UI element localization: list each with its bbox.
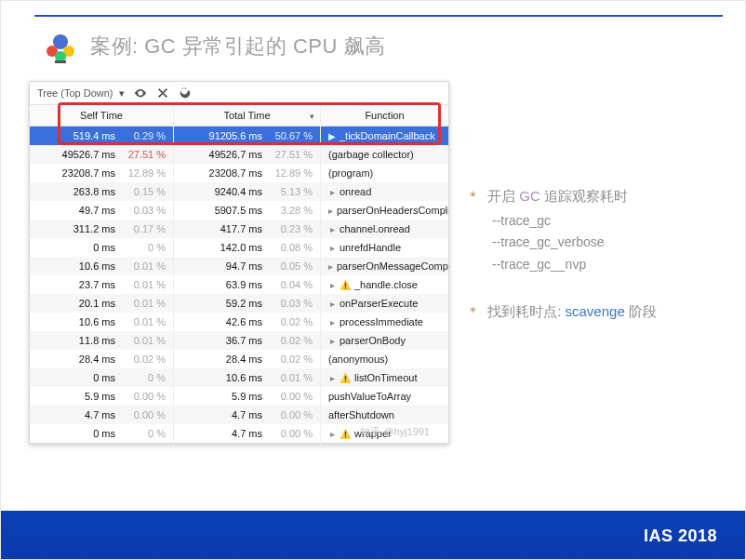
table-row[interactable]: 0 ms0 %142.0 ms0.08 %▸unrefdHandle <box>30 238 448 257</box>
table-row[interactable]: 0 ms0 %10.6 ms0.01 %▸⚠️listOnTimeout <box>30 368 448 387</box>
profiler-panel: Tree (Top Down) ▾ Self Time Total Time ▾… <box>29 81 449 444</box>
function-name: _handle.close <box>354 279 418 290</box>
footer-band: IAS 2018 <box>1 511 745 559</box>
warning-icon: ⚠️ <box>340 373 351 383</box>
table-row[interactable]: 10.6 ms0.01 %94.7 ms0.05 %▸parserOnMessa… <box>30 257 448 275</box>
profiler-toolbar: Tree (Top Down) ▾ <box>30 82 448 105</box>
col-self-time[interactable]: Self Time <box>30 105 174 126</box>
expand-icon[interactable]: ▸ <box>328 373 336 383</box>
function-name: onread <box>340 186 371 197</box>
eye-icon[interactable] <box>134 87 147 100</box>
view-mode-label: Tree (Top Down) <box>37 87 113 99</box>
table-row[interactable]: 4.7 ms0.00 %4.7 ms0.00 %afterShutdown <box>30 406 448 424</box>
note-line-2: ＊ 找到耗时点: scavenge 阶段 <box>466 299 728 326</box>
conference-label: IAS 2018 <box>644 527 717 546</box>
function-name: _tickDomainCallback <box>340 130 435 141</box>
function-name: unrefdHandle <box>340 242 401 253</box>
table-row[interactable]: 10.6 ms0.01 %42.6 ms0.02 %▸processImmedi… <box>30 313 448 331</box>
function-name: parserOnMessageComplete <box>337 260 448 272</box>
function-name: processImmediate <box>340 316 423 327</box>
expand-icon[interactable]: ▸ <box>328 243 336 253</box>
table-row[interactable]: 263.8 ms0.15 %9240.4 ms5.13 %▸onread <box>30 182 448 201</box>
table-row[interactable]: 28.4 ms0.02 %28.4 ms0.02 %(anonymous) <box>30 350 448 368</box>
expand-icon[interactable]: ▸ <box>328 261 333 272</box>
function-name: parserOnBody <box>340 335 406 346</box>
expand-icon[interactable]: ▸ <box>328 299 336 309</box>
function-name: onParserExecute <box>340 298 418 309</box>
note-line-1: ＊ 开启 GC 追踪观察耗时 <box>466 183 728 210</box>
table-row[interactable]: 11.8 ms0.01 %36.7 ms0.02 %▸parserOnBody <box>30 331 448 350</box>
flag-2: --trace_gc_verbose <box>492 232 728 254</box>
refresh-icon[interactable] <box>179 87 192 100</box>
asterisk-icon: ＊ <box>466 303 480 319</box>
flag-1: --trace_gc <box>492 210 728 233</box>
table-body: 519.4 ms0.29 %91205.6 ms50.67 %▶_tickDom… <box>30 127 448 443</box>
table-row[interactable]: 23208.7 ms12.89 %23208.7 ms12.89 %(progr… <box>30 164 448 182</box>
function-name: afterShutdown <box>328 409 394 420</box>
expand-icon[interactable]: ▸ <box>328 317 336 327</box>
view-mode-select[interactable]: Tree (Top Down) ▾ <box>37 87 125 100</box>
table-row[interactable]: 49.7 ms0.03 %5907.5 ms3.28 %▸parserOnHea… <box>30 201 448 220</box>
warning-icon: ⚠️ <box>340 429 351 439</box>
notes-panel: ＊ 开启 GC 追踪观察耗时 --trace_gc --trace_gc_ver… <box>466 183 728 325</box>
expand-icon[interactable]: ▸ <box>328 187 336 197</box>
col-function[interactable]: Function <box>321 105 448 126</box>
dropdown-icon: ▾ <box>119 87 125 100</box>
function-name: pushValueToArray <box>328 391 411 402</box>
table-row[interactable]: 23.7 ms0.01 %63.9 ms0.04 %▸⚠️_handle.clo… <box>30 275 448 294</box>
table-header: Self Time Total Time ▾ Function <box>30 105 448 127</box>
function-name: listOnTimeout <box>354 372 417 383</box>
function-name: parserOnHeadersComplete <box>337 205 448 216</box>
sort-desc-icon: ▾ <box>310 112 314 121</box>
table-row[interactable]: 519.4 ms0.29 %91205.6 ms50.67 %▶_tickDom… <box>30 127 448 145</box>
function-name: (program) <box>328 167 373 179</box>
expand-icon[interactable]: ▸ <box>328 429 336 439</box>
table-row[interactable]: 49526.7 ms27.51 %49526.7 ms27.51 %(garba… <box>30 145 448 164</box>
col-total-time[interactable]: Total Time ▾ <box>174 105 321 126</box>
asterisk-icon: ＊ <box>466 188 480 204</box>
flag-3: --trace_gc__nvp <box>492 254 728 276</box>
expand-icon[interactable]: ▶ <box>328 131 336 141</box>
expand-icon[interactable]: ▸ <box>328 336 336 346</box>
page-title: 案例: GC 异常引起的 CPU 飙高 <box>90 33 386 60</box>
expand-icon[interactable]: ▸ <box>328 224 336 234</box>
expand-icon[interactable]: ▸ <box>328 206 333 216</box>
table-row[interactable]: 5.9 ms0.00 %5.9 ms0.00 %pushValueToArray <box>30 387 448 406</box>
expand-icon[interactable]: ▸ <box>328 280 336 290</box>
conference-logo-icon <box>42 29 79 66</box>
function-name: (garbage collector) <box>328 149 414 160</box>
watermark: 知乎 @hyj1991 <box>360 425 430 439</box>
svg-rect-4 <box>55 60 66 63</box>
warning-icon: ⚠️ <box>340 280 351 290</box>
table-row[interactable]: 311.2 ms0.17 %417.7 ms0.23 %▸channel.onr… <box>30 220 448 238</box>
table-row[interactable]: 20.1 ms0.01 %59.2 ms0.03 %▸onParserExecu… <box>30 294 448 313</box>
function-name: (anonymous) <box>328 353 388 365</box>
function-name: channel.onread <box>340 223 410 234</box>
close-icon[interactable] <box>156 87 169 100</box>
top-rule <box>34 15 723 17</box>
